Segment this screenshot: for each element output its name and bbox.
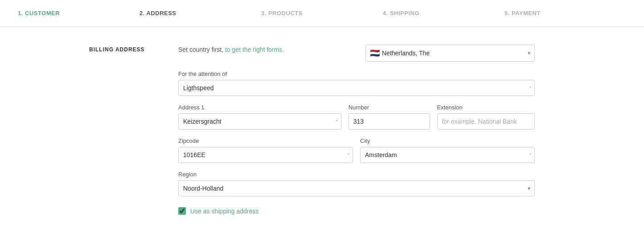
region-select[interactable]: Noord-Holland Zuid-Holland Utrecht Gelde… [178, 180, 535, 196]
attention-group: For the attention of * [178, 71, 535, 96]
shipping-checkbox-row: Use as shipping address [178, 207, 535, 215]
country-selector-wrapper: 🇳🇱 Netherlands, The Germany France Belgi… [365, 45, 535, 62]
extension-group: Extension [437, 104, 535, 129]
shipping-checkbox[interactable] [178, 207, 186, 215]
step-products[interactable]: 3. Products [261, 10, 383, 17]
zipcode-input[interactable] [178, 147, 353, 163]
shipping-checkbox-label[interactable]: Use as shipping address [190, 208, 258, 215]
zipcode-group: Zipcode * [178, 138, 353, 163]
zipcode-input-wrapper: * [178, 147, 353, 163]
number-label: Number [349, 104, 430, 111]
form-hint: Set country first, to get the right form… [178, 46, 284, 53]
address1-group: Address 1 * [178, 104, 341, 129]
extension-label: Extension [437, 104, 535, 111]
step-shipping[interactable]: 4. Shipping [383, 10, 505, 17]
number-input-wrapper [349, 113, 430, 129]
address1-label: Address 1 [178, 104, 341, 111]
step-payment-label: 5. Payment [505, 10, 541, 17]
form-hint-link[interactable]: to get the right forms. [225, 46, 284, 53]
billing-form: Set country first, to get the right form… [178, 45, 535, 215]
city-input[interactable] [360, 147, 535, 163]
zipcode-label: Zipcode [178, 138, 353, 144]
billing-section: BILLING ADDRESS Set country first, to ge… [89, 45, 626, 215]
number-group: Number [349, 104, 430, 129]
step-payment[interactable]: 5. Payment [505, 10, 626, 17]
main-content: BILLING ADDRESS Set country first, to ge… [0, 27, 644, 233]
region-group: Region Noord-Holland Zuid-Holland Utrech… [178, 171, 535, 196]
region-select-wrapper: Noord-Holland Zuid-Holland Utrecht Gelde… [178, 180, 535, 196]
step-shipping-label: 4. Shipping [383, 10, 419, 17]
zip-city-row: Zipcode * City * [178, 138, 535, 163]
step-address-label: 2. Address [139, 10, 176, 17]
city-input-wrapper: * [360, 147, 535, 163]
address-number-row: Address 1 * Number Extension [178, 104, 535, 129]
step-address[interactable]: 2. Address [139, 10, 261, 17]
step-customer[interactable]: 1. Customer [18, 10, 139, 17]
address1-input[interactable] [178, 113, 341, 129]
step-customer-label: 1. Customer [18, 10, 60, 17]
attention-label: For the attention of [178, 71, 535, 77]
attention-input-wrapper: * [178, 80, 535, 96]
hint-country-row: Set country first, to get the right form… [178, 45, 535, 62]
billing-address-label: BILLING ADDRESS [89, 45, 152, 215]
extension-input-wrapper [437, 113, 535, 129]
step-products-label: 3. Products [261, 10, 303, 17]
city-label: City [360, 138, 535, 144]
region-label: Region [178, 171, 535, 178]
attention-input[interactable] [178, 80, 535, 96]
address1-input-wrapper: * [178, 113, 341, 129]
stepper: 1. Customer 2. Address 3. Products 4. Sh… [0, 0, 644, 27]
number-input[interactable] [349, 113, 430, 129]
extension-input[interactable] [437, 113, 535, 129]
country-select[interactable]: Netherlands, The Germany France Belgium … [365, 45, 535, 62]
city-group: City * [360, 138, 535, 163]
